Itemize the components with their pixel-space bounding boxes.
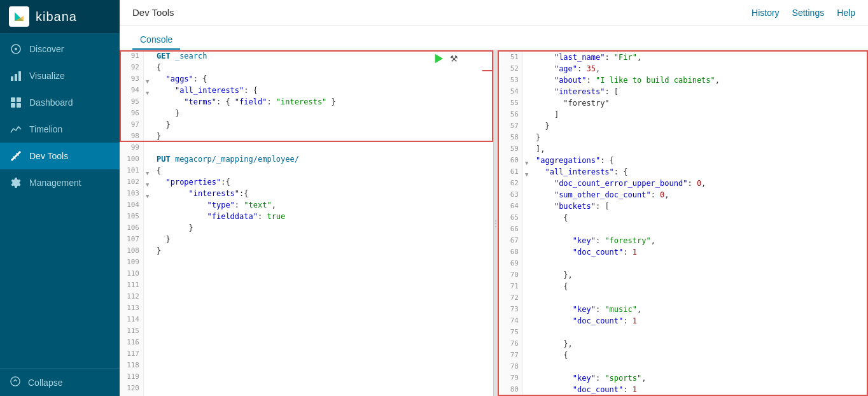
line-content: "about": "I like to build cabinets", [533, 74, 867, 86]
line-gutter [144, 291, 154, 302]
line-gutter [523, 201, 533, 212]
code-line: 65 { [499, 212, 867, 223]
line-gutter [144, 337, 154, 348]
line-gutter [144, 257, 154, 268]
line-content: "interests":{ [154, 188, 493, 199]
sidebar-item-dashboard[interactable]: Dashboard [0, 89, 120, 116]
line-number: 111 [120, 279, 144, 291]
fold-indicator[interactable]: ▼ [146, 87, 152, 94]
code-line: 53 "about": "I like to build cabinets", [499, 74, 867, 86]
line-gutter [144, 383, 154, 394]
sidebar-item-visualize[interactable]: Visualize [0, 62, 120, 89]
line-number: 115 [120, 325, 144, 337]
line-content: "type": "text", [154, 199, 493, 211]
kibana-logo-icon [9, 6, 29, 27]
line-gutter [144, 199, 154, 211]
line-number: 56 [499, 109, 523, 120]
visualize-icon [10, 70, 22, 81]
fold-indicator[interactable]: ▼ [525, 157, 531, 164]
fold-indicator[interactable]: ▼ [146, 179, 152, 185]
line-content [533, 327, 867, 338]
line-number: 101 [120, 165, 144, 176]
line-content [154, 360, 493, 371]
run-button[interactable] [431, 52, 445, 66]
sidebar-item-management[interactable]: Management [0, 169, 120, 196]
line-content [154, 383, 493, 394]
line-gutter [523, 235, 533, 246]
line-content [154, 337, 493, 348]
wrench-button[interactable]: ⚒ [447, 52, 460, 65]
code-line: 75 [499, 327, 867, 338]
sidebar-item-visualize-label: Visualize [29, 71, 65, 81]
line-gutter [144, 222, 154, 234]
code-line: 104 "type": "text", [120, 199, 493, 211]
line-gutter [523, 189, 533, 201]
management-icon [10, 177, 22, 188]
fold-indicator[interactable]: ▼ [146, 76, 152, 82]
line-number: 96 [120, 108, 144, 119]
fold-indicator[interactable]: ▼ [525, 169, 531, 175]
line-number: 70 [499, 269, 523, 281]
sidebar-item-discover[interactable]: Discover [0, 36, 120, 62]
timelion-icon [10, 124, 22, 135]
line-content: "buckets": [ [533, 201, 867, 212]
sidebar-item-devtools[interactable]: Dev Tools [0, 143, 120, 169]
line-number: 78 [499, 361, 523, 372]
line-content: } [154, 108, 493, 119]
sidebar-item-timelion[interactable]: Timelion [0, 116, 120, 143]
line-gutter: ▼ [144, 73, 154, 85]
line-content: "aggs": { [154, 73, 493, 85]
settings-link[interactable]: Settings [792, 8, 825, 18]
left-code-container[interactable]: 91GET _search92{93▼ "aggs": {94▼ "all_in… [120, 50, 493, 396]
fold-indicator[interactable]: ▼ [146, 167, 152, 174]
line-content: } [154, 245, 493, 257]
line-content: PUT megacorp/_mapping/employee/ [154, 153, 493, 165]
right-editor-pane: 51 "last_name": "Fir",52 "age": 35,53 "a… [498, 50, 868, 396]
collapse-label: Collapse [28, 378, 62, 388]
line-content: "fielddata": true [154, 211, 493, 222]
history-link[interactable]: History [752, 8, 780, 18]
line-gutter [523, 246, 533, 258]
line-gutter [523, 178, 533, 189]
fold-indicator[interactable]: ▼ [146, 190, 152, 197]
help-link[interactable]: Help [837, 8, 855, 18]
code-line: 99 [120, 142, 493, 153]
line-content [154, 268, 493, 279]
line-content: ] [533, 109, 867, 120]
line-number: 51 [499, 52, 523, 63]
tab-console[interactable]: Console [132, 31, 180, 50]
code-line: 70 }, [499, 269, 867, 281]
sidebar-nav: Discover Visualize Dashboard Timelion De… [0, 33, 120, 368]
line-content: "key": "sports", [533, 372, 867, 384]
code-line: 112 [120, 291, 493, 302]
line-number: 58 [499, 132, 523, 143]
line-content: } [154, 131, 493, 142]
code-line: 100PUT megacorp/_mapping/employee/ [120, 153, 493, 165]
line-number: 99 [120, 142, 144, 153]
line-content: "properties":{ [154, 176, 493, 188]
line-number: 98 [120, 131, 144, 142]
code-line: 52 "age": 35, [499, 63, 867, 74]
line-gutter [144, 108, 154, 119]
line-gutter [144, 131, 154, 142]
line-content: "key": "forestry", [533, 235, 867, 246]
sidebar-collapse-button[interactable]: Collapse [0, 368, 120, 396]
line-content: "forestry" [533, 97, 867, 109]
sidebar-item-management-label: Management [29, 178, 81, 188]
code-line: 119 [120, 371, 493, 383]
collapse-icon [10, 376, 20, 388]
line-content: } [533, 132, 867, 143]
line-gutter [144, 314, 154, 325]
right-code-container[interactable]: 51 "last_name": "Fir",52 "age": 35,53 "a… [499, 52, 867, 395]
line-gutter [523, 223, 533, 235]
line-gutter [523, 132, 533, 143]
line-number: 61 [499, 166, 523, 178]
code-line: 72 [499, 292, 867, 304]
svg-point-9 [11, 377, 20, 386]
line-gutter [144, 348, 154, 360]
line-content: }, [533, 269, 867, 281]
line-gutter [523, 74, 533, 86]
line-number: 64 [499, 201, 523, 212]
line-number: 105 [120, 211, 144, 222]
code-line: 76 }, [499, 338, 867, 350]
